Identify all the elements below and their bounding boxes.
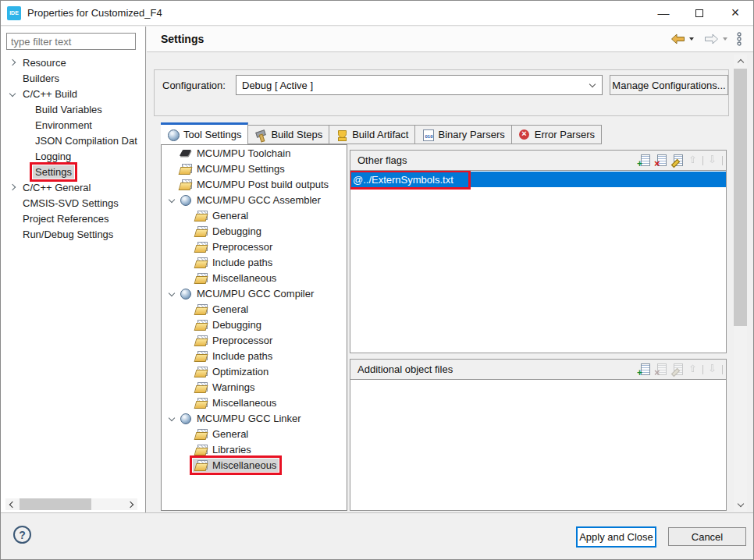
sidebar-tree-item[interactable]: C/C++ General xyxy=(1,179,145,195)
tool-tree-item[interactable]: General xyxy=(162,207,347,223)
tree-item-label: Debugging xyxy=(212,319,261,331)
additional-object-files-list[interactable] xyxy=(350,380,726,510)
chevron-icon[interactable] xyxy=(9,184,16,190)
tool-tree-item[interactable]: Include paths xyxy=(162,254,347,270)
additional-object-files-header: Additional object files xyxy=(350,360,726,380)
close-button[interactable]: × xyxy=(717,1,753,25)
tree-item-icon xyxy=(195,366,208,377)
scroll-down-icon[interactable] xyxy=(734,499,747,512)
toolbar-separator[interactable] xyxy=(702,156,703,165)
toolbar-separator[interactable] xyxy=(722,156,723,165)
build-steps-icon xyxy=(254,129,267,141)
sidebar-tree-item[interactable]: Builders xyxy=(1,70,145,86)
sidebar-tree-item[interactable]: CMSIS-SVD Settings xyxy=(1,195,145,211)
minimize-button[interactable]: — xyxy=(646,1,681,25)
chevron-icon[interactable] xyxy=(169,415,175,421)
settings-tab[interactable]: Error Parsers xyxy=(512,125,602,144)
back-menu-caret-icon[interactable] xyxy=(689,37,694,41)
tool-tree-item[interactable]: MCU/MPU Post build outputs xyxy=(162,176,347,192)
tool-tree-item[interactable]: Include paths xyxy=(162,348,347,363)
chevron-icon[interactable] xyxy=(169,197,175,203)
configuration-value: Debug [ Active ] xyxy=(242,80,313,91)
view-menu-icon[interactable] xyxy=(736,32,742,46)
add-entry-icon[interactable] xyxy=(637,363,651,376)
list-item[interactable]: @../ExternSymbols.txt xyxy=(350,172,726,187)
chevron-icon[interactable] xyxy=(9,59,16,66)
edit-entry-icon[interactable] xyxy=(670,363,684,376)
settings-tab[interactable]: Binary Parsers xyxy=(415,125,511,144)
manage-configurations-button[interactable]: Manage Configurations... xyxy=(610,75,728,95)
other-flags-title: Other flags xyxy=(357,154,407,166)
move-down-icon[interactable] xyxy=(706,363,720,376)
chevron-icon[interactable] xyxy=(169,290,175,296)
sidebar-tree-item[interactable]: Settings xyxy=(1,164,145,179)
page-header: Settings xyxy=(147,27,753,52)
sidebar-tree-item[interactable]: Project References xyxy=(1,211,145,226)
tool-settings-icon xyxy=(167,129,180,141)
page-title: Settings xyxy=(161,33,204,45)
sidebar-tree-item[interactable]: Resource xyxy=(1,55,145,70)
settings-tab[interactable]: Build Steps xyxy=(248,125,329,144)
move-up-icon[interactable] xyxy=(686,154,700,167)
back-arrow-icon[interactable] xyxy=(670,34,685,44)
move-up-icon[interactable] xyxy=(686,363,700,376)
toolbar-separator[interactable] xyxy=(722,365,723,374)
sidebar-horizontal-scrollbar[interactable] xyxy=(5,498,137,510)
scroll-up-icon[interactable] xyxy=(734,55,747,67)
tree-item-label: MCU/MPU Toolchain xyxy=(197,147,290,159)
sidebar-tree-item[interactable]: Run/Debug Settings xyxy=(1,226,145,242)
help-icon[interactable]: ? xyxy=(13,526,31,544)
tool-tree-item[interactable]: General xyxy=(162,426,347,441)
configuration-dropdown[interactable]: Debug [ Active ] xyxy=(236,75,603,95)
add-entry-icon[interactable] xyxy=(637,154,651,167)
tool-tree-item[interactable]: MCU/MPU Settings xyxy=(162,161,347,176)
edit-entry-icon[interactable] xyxy=(670,154,684,167)
tool-tree-item[interactable]: Miscellaneous xyxy=(162,395,347,410)
delete-entry-icon[interactable] xyxy=(653,363,667,376)
scroll-left-icon[interactable] xyxy=(5,498,17,510)
forward-menu-caret-icon[interactable] xyxy=(723,37,727,41)
sidebar-tree-item[interactable]: Environment xyxy=(1,117,145,133)
toolbar-separator[interactable] xyxy=(702,365,703,374)
delete-entry-icon[interactable] xyxy=(653,154,667,167)
settings-tab[interactable]: Build Artifact xyxy=(329,125,415,144)
tool-tree-item[interactable]: MCU/MPU GCC Assembler xyxy=(162,192,347,207)
move-down-icon[interactable] xyxy=(706,154,720,167)
filter-input[interactable] xyxy=(6,33,136,50)
tool-tree-item[interactable]: General xyxy=(162,301,347,317)
scrollbar-thumb[interactable] xyxy=(734,69,747,326)
sidebar-item-label: Builders xyxy=(20,72,62,85)
tool-tree-item[interactable]: Optimization xyxy=(162,363,347,379)
tab-label: Build Artifact xyxy=(352,129,408,140)
sidebar-tree-item[interactable]: C/C++ Build xyxy=(1,86,145,101)
tool-settings-tree: MCU/MPU Toolchain MCU/MPU Settings MCU/M… xyxy=(161,144,347,511)
scroll-right-icon[interactable] xyxy=(126,498,137,510)
cancel-button[interactable]: Cancel xyxy=(668,527,746,546)
maximize-button[interactable] xyxy=(681,1,717,25)
tool-tree-item[interactable]: Miscellaneous xyxy=(162,270,347,285)
apply-and-close-button[interactable]: Apply and Close xyxy=(576,526,656,548)
tool-tree-item[interactable]: MCU/MPU Toolchain xyxy=(162,145,347,161)
tool-tree-item[interactable]: MCU/MPU GCC Compiler xyxy=(162,285,347,301)
main-vertical-scrollbar[interactable] xyxy=(734,55,747,512)
tree-item-label: Miscellaneous xyxy=(212,459,276,471)
chevron-icon[interactable] xyxy=(9,90,16,97)
tool-tree-item[interactable]: Debugging xyxy=(162,317,347,332)
other-flags-list[interactable]: @../ExternSymbols.txt xyxy=(350,171,726,353)
error-parsers-icon xyxy=(518,129,531,141)
settings-tabbar: Tool Settings Build Steps Build Artifact… xyxy=(161,122,722,144)
tool-tree-item[interactable]: Miscellaneous xyxy=(162,457,347,473)
sidebar-tree-item[interactable]: JSON Compilation Dat xyxy=(1,133,145,148)
tool-tree-item[interactable]: Debugging xyxy=(162,223,347,239)
sidebar-item-label: C/C++ General xyxy=(20,181,93,194)
settings-tab[interactable]: Tool Settings xyxy=(161,122,248,144)
sidebar-tree-item[interactable]: Logging xyxy=(1,148,145,164)
forward-arrow-icon[interactable] xyxy=(704,34,719,44)
tool-tree-item[interactable]: Warnings xyxy=(162,379,347,395)
tool-tree-item[interactable]: MCU/MPU GCC Linker xyxy=(162,410,347,426)
sidebar-tree-item[interactable]: Build Variables xyxy=(1,101,145,117)
scrollbar-thumb[interactable] xyxy=(20,498,91,510)
tool-tree-item[interactable]: Preprocessor xyxy=(162,332,347,348)
tool-tree-item[interactable]: Libraries xyxy=(162,441,347,457)
tool-tree-item[interactable]: Preprocessor xyxy=(162,239,347,254)
